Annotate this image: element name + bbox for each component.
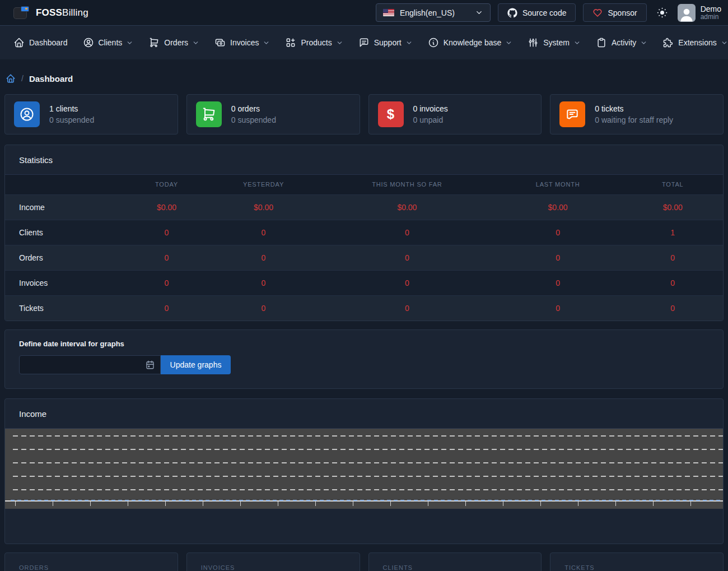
home-icon bbox=[13, 37, 25, 48]
breadcrumb: / Dashboard bbox=[4, 59, 724, 94]
theme-toggle-button[interactable] bbox=[654, 4, 670, 21]
user-role: admin bbox=[701, 13, 721, 21]
col-last-month: Last month bbox=[493, 175, 623, 194]
table-row: Orders 0 0 0 0 0 bbox=[5, 245, 723, 270]
us-flag-icon bbox=[383, 9, 394, 16]
nav-item-extensions[interactable]: Extensions bbox=[662, 37, 727, 48]
graph-interval-card: Define date interval for graphs Update g… bbox=[4, 329, 724, 389]
table-header-row: Today Yesterday This month so far Last m… bbox=[5, 175, 723, 194]
user-circle-icon bbox=[14, 101, 40, 127]
income-chart-plot bbox=[5, 429, 723, 509]
orders-graph-card: Orders bbox=[4, 553, 178, 571]
nav-item-invoices[interactable]: Invoices bbox=[214, 37, 270, 48]
update-graphs-button[interactable]: Update graphs bbox=[161, 355, 231, 374]
message-icon bbox=[358, 37, 370, 48]
statistics-card: Statistics Today Yesterday This month so… bbox=[4, 145, 724, 321]
language-select[interactable]: English(en_US) bbox=[376, 3, 491, 22]
chevron-down-icon bbox=[505, 39, 512, 47]
tickets-summary-card[interactable]: 0 tickets 0 waiting for staff reply bbox=[550, 94, 724, 134]
col-today: Today bbox=[127, 175, 206, 194]
date-interval-input[interactable] bbox=[19, 355, 161, 374]
github-icon bbox=[507, 8, 517, 18]
income-chart-title: Income bbox=[5, 399, 723, 429]
main-nav: Dashboard Clients Orders Invoices Produc… bbox=[0, 25, 728, 59]
source-code-button[interactable]: Source code bbox=[498, 3, 576, 22]
breadcrumb-separator: / bbox=[21, 74, 24, 83]
nav-item-system[interactable]: System bbox=[528, 37, 581, 48]
shopping-cart-icon bbox=[196, 101, 222, 127]
table-row: Income $0.00 $0.00 $0.00 $0.00 $0.00 bbox=[5, 194, 723, 220]
nav-item-orders[interactable]: Orders bbox=[148, 37, 199, 48]
puzzle-icon bbox=[662, 37, 674, 48]
user-menu[interactable]: Demo admin bbox=[678, 4, 721, 22]
chevron-down-icon bbox=[640, 39, 647, 47]
calendar-icon bbox=[145, 360, 155, 370]
col-this-month: This month so far bbox=[321, 175, 493, 194]
nav-item-dashboard[interactable]: Dashboard bbox=[13, 37, 68, 48]
invoices-summary-card[interactable]: $ 0 invoices 0 unpaid bbox=[368, 94, 542, 134]
clients-summary-card[interactable]: 1 clients 0 suspended bbox=[4, 94, 178, 134]
orders-summary-card[interactable]: 0 orders 0 suspended bbox=[186, 94, 360, 134]
shopping-cart-icon bbox=[148, 37, 160, 48]
nav-item-products[interactable]: Products bbox=[285, 37, 343, 48]
user-circle-icon bbox=[83, 37, 94, 48]
message-icon bbox=[559, 101, 585, 127]
table-row: Invoices 0 0 0 0 0 bbox=[5, 270, 723, 295]
stat-subtitle: 0 suspended bbox=[49, 115, 94, 124]
mini-card-title: Orders bbox=[19, 564, 164, 571]
clients-graph-card: Clients bbox=[368, 553, 542, 571]
stat-title: 0 tickets bbox=[595, 104, 673, 113]
dollar-icon: $ bbox=[378, 101, 404, 127]
sun-icon bbox=[656, 7, 668, 18]
nav-item-clients[interactable]: Clients bbox=[83, 37, 134, 48]
nav-item-support[interactable]: Support bbox=[358, 37, 413, 48]
stat-subtitle: 0 waiting for staff reply bbox=[595, 115, 673, 124]
bottom-cards-row: Orders Invoices Clients Tickets bbox=[4, 553, 724, 571]
breadcrumb-home-icon[interactable] bbox=[6, 73, 16, 83]
statistics-table: Today Yesterday This month so far Last m… bbox=[5, 175, 723, 321]
stat-subtitle: 0 unpaid bbox=[413, 115, 448, 124]
chevron-down-icon bbox=[126, 39, 133, 47]
table-row: Tickets 0 0 0 0 0 bbox=[5, 295, 723, 321]
tickets-graph-card: Tickets bbox=[550, 553, 724, 571]
mini-card-title: Clients bbox=[383, 564, 528, 571]
chevron-down-icon bbox=[573, 39, 581, 47]
fossbilling-logo-icon bbox=[13, 6, 29, 20]
brand-title: FOSSBilling bbox=[36, 7, 88, 18]
nav-item-activity[interactable]: Activity bbox=[596, 37, 647, 48]
nav-item-knowledge-base[interactable]: Knowledge base bbox=[428, 37, 513, 48]
stat-title: 0 orders bbox=[231, 104, 276, 113]
stat-subtitle: 0 suspended bbox=[231, 115, 276, 124]
user-name: Demo bbox=[701, 4, 721, 13]
packages-icon bbox=[285, 37, 296, 48]
language-value: English(en_US) bbox=[400, 8, 469, 17]
info-circle-icon bbox=[428, 37, 439, 48]
stat-title: 1 clients bbox=[49, 104, 94, 113]
chevron-down-icon bbox=[336, 39, 343, 47]
statistics-title: Statistics bbox=[5, 145, 723, 175]
topbar: FOSSBilling English(en_US) Source code S… bbox=[0, 0, 728, 25]
interval-label: Define date interval for graphs bbox=[19, 340, 709, 348]
col-yesterday: Yesterday bbox=[206, 175, 321, 194]
mini-card-title: Invoices bbox=[201, 564, 346, 571]
x-axis-ticks bbox=[15, 502, 723, 506]
table-row: Clients 0 0 0 0 1 bbox=[5, 220, 723, 245]
sponsor-label: Sponsor bbox=[608, 8, 637, 17]
chevron-down-icon bbox=[405, 39, 413, 47]
chevron-down-icon bbox=[475, 8, 483, 17]
breadcrumb-current: Dashboard bbox=[29, 74, 73, 83]
col-total: Total bbox=[622, 175, 723, 194]
cash-icon bbox=[214, 37, 226, 48]
adjustments-icon bbox=[528, 37, 539, 48]
clipboard-icon bbox=[596, 37, 607, 48]
invoices-graph-card: Invoices bbox=[186, 553, 360, 571]
avatar bbox=[678, 4, 696, 22]
chevron-down-icon bbox=[192, 39, 199, 47]
stat-title: 0 invoices bbox=[413, 104, 448, 113]
sponsor-button[interactable]: Sponsor bbox=[583, 3, 646, 22]
source-code-label: Source code bbox=[522, 8, 567, 17]
summary-cards-row: 1 clients 0 suspended 0 orders 0 suspend… bbox=[4, 94, 724, 134]
mini-card-title: Tickets bbox=[564, 564, 709, 571]
chevron-down-icon bbox=[721, 39, 728, 47]
chevron-down-icon bbox=[263, 39, 270, 47]
